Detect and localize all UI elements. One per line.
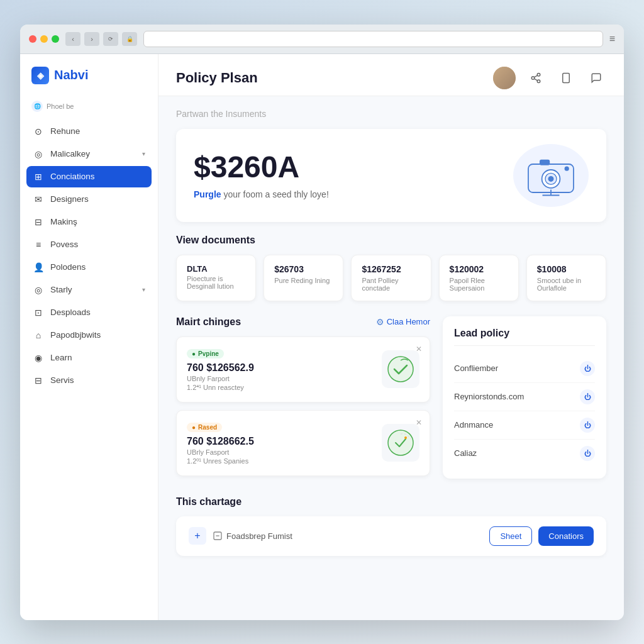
sidebar-item-polodens[interactable]: 👤 Polodens [26,257,152,278]
camera-illustration [523,150,579,201]
svg-point-2 [537,80,540,83]
sidebar-label-designers: Designers [50,194,145,204]
hero-subtitle: Purgle your foom a seed thly loye! [194,189,329,199]
chevron-icon: ▾ [142,150,145,157]
chat-button[interactable] [586,68,606,88]
change-info-0: ● Pvpine 760 $126562.9 UBnly Farport 1.2… [187,347,373,392]
share-icon [530,72,541,84]
sidebar-item-papodbjbwits[interactable]: ⌂ Papodbjbwits [26,325,152,346]
change-icon-wrap-1 [382,424,419,462]
docs-grid: DLTA Pioecture is Desginall lution $2670… [176,255,606,301]
lead-policy-item-0: Confliember ⏻ [454,355,595,383]
forward-button[interactable]: › [84,32,99,46]
doc-card-4[interactable]: $10008 Smooct ube in Ourlaflole [526,255,606,301]
lead-policy-item-1: Reyniorstonds.com ⏻ [454,383,595,411]
changes-column: Mairt chinges ⚙ Claa Hemor ● P [176,316,430,484]
change-close-1[interactable]: ✕ [416,418,422,427]
logo-icon: ◈ [31,67,49,84]
dot-yellow[interactable] [40,35,48,43]
address-bar[interactable] [143,31,603,47]
spinner-icon-1 [387,429,414,457]
shield-button[interactable]: 🔒 [122,32,137,46]
svg-point-10 [548,175,554,181]
sidebar-label-papodbjbwits: Papodbjbwits [50,330,145,340]
dot-red[interactable] [29,35,36,43]
changes-header: Mairt chinges ⚙ Claa Hemor [176,316,430,328]
conciations-icon: ⊞ [33,171,44,182]
logo-text: Nabvi [54,68,88,82]
sidebar-item-learn[interactable]: ◉ Learn [26,347,152,369]
changes-link[interactable]: ⚙ Claa Hemor [376,317,430,327]
sidebar-item-rehune[interactable]: ⊙ Rehune [26,121,152,142]
sidebar-item-desploads[interactable]: ⊡ Desploads [26,302,152,323]
doc-card-amount-1: $26703 [274,264,333,274]
chat-icon [591,72,602,84]
hero-subtitle-post: your foom a seed thly loye! [223,189,328,199]
share-button[interactable] [526,68,546,88]
avatar[interactable] [493,67,516,89]
conatiors-button[interactable]: Conatiors [538,526,594,546]
lead-policy-item-3: Caliaz ⏻ [454,440,595,467]
starly-icon: ◎ [33,284,44,296]
doc-card-subtitle-4: Smooct ube in Ourlaflole [537,277,596,292]
papodbjbwits-icon: ⌂ [33,330,44,341]
sidebar-item-malicalkey[interactable]: ◎ Malicalkey ▾ [26,143,152,165]
section-icon: 🌐 [31,101,43,112]
doc-card-title-0: DLTA [187,264,245,274]
change-close-0[interactable]: ✕ [416,345,422,353]
refresh-button[interactable]: ⟳ [103,32,118,46]
svg-rect-11 [540,159,550,165]
tablet-icon [560,72,572,84]
browser-menu[interactable]: ≡ [609,33,615,45]
tablet-button[interactable] [556,68,576,88]
sidebar-label-starly: Starly [50,285,136,294]
svg-point-17 [404,436,407,439]
sidebar-item-starly[interactable]: ◎ Starly ▾ [26,279,152,301]
lead-policy-action-0[interactable]: ⏻ [580,361,595,376]
chartage-plus-button[interactable]: + [189,527,206,545]
sheet-button[interactable]: Sheet [489,526,532,546]
sidebar-item-making[interactable]: ⊟ Makinş [26,211,152,233]
doc-card-0[interactable]: DLTA Pioecture is Desginall lution [176,255,256,301]
learn-icon: ◉ [33,352,44,364]
doc-card-2[interactable]: $1267252 Pant Polliey conctade [351,255,431,301]
changes-title: Mairt chinges [176,316,241,328]
sidebar-item-designers[interactable]: ✉ Designers [26,189,152,210]
documents-section-title: View documents [176,235,606,246]
doc-card-amount-3: $120002 [450,264,508,274]
breadcrumb-text: Partwan the [176,109,223,119]
doc-card-amount-2: $1267252 [362,264,420,274]
hero-card: $3260A Purgle your foom a seed thly loye… [176,129,606,222]
logo: ◈ Nabvi [20,67,158,97]
change-icon-wrap-0 [382,350,419,388]
sidebar-label-povess: Povess [50,240,145,249]
doc-card-subtitle-0: Pioecture is Desginall lution [187,275,245,290]
change-info-1: ● Rased 760 $128662.5 UBrly Fasport 1.2⁰… [187,421,373,465]
hero-subtitle-pre: Purgle [194,189,221,199]
sidebar-label-servis: Servis [50,375,145,385]
lead-policy-action-3[interactable]: ⏻ [580,446,595,461]
browser-window: ‹ › ⟳ 🔒 ≡ ◈ Nabvi 🌐 Phoel be ⊙ Rehune [20,25,624,620]
lead-policy-label-0: Confliember [454,364,498,373]
lead-policy-label-2: Adnmance [454,420,493,430]
doc-card-subtitle-1: Pure Reding Ining [274,277,333,284]
doc-card-1[interactable]: $26703 Pure Reding Ining [264,255,343,301]
chartage-actions: Sheet Conatiors [489,526,594,546]
sidebar-item-conciations[interactable]: ⊞ Conciations [26,166,152,187]
hero-amount: $3260A [194,151,329,184]
lead-policy-action-1[interactable]: ⏻ [580,389,595,404]
lead-policy-action-2[interactable]: ⏻ [580,418,595,433]
app-layout: ◈ Nabvi 🌐 Phoel be ⊙ Rehune ◎ Malicalkey… [20,54,624,620]
lead-policy-column: Lead policy Confliember ⏻ Reyniorstonds.… [443,316,606,484]
main-content: Policy Plsan [158,54,624,620]
change-desc1-1: UBrly Fasport [187,448,373,456]
sidebar-item-servis[interactable]: ⊟ Servis [26,370,152,391]
doc-card-3[interactable]: $120002 Papoil Rlee Supersaion [439,255,519,301]
back-button[interactable]: ‹ [65,32,80,46]
lead-policy-title: Lead policy [454,328,595,346]
dot-green[interactable] [52,35,59,43]
sidebar-label-desploads: Desploads [50,308,145,317]
lead-policy-item-2: Adnmance ⏻ [454,411,595,440]
breadcrumb: Partwan the Insuments [176,109,606,119]
sidebar-item-povess[interactable]: ≡ Povess [26,234,152,255]
